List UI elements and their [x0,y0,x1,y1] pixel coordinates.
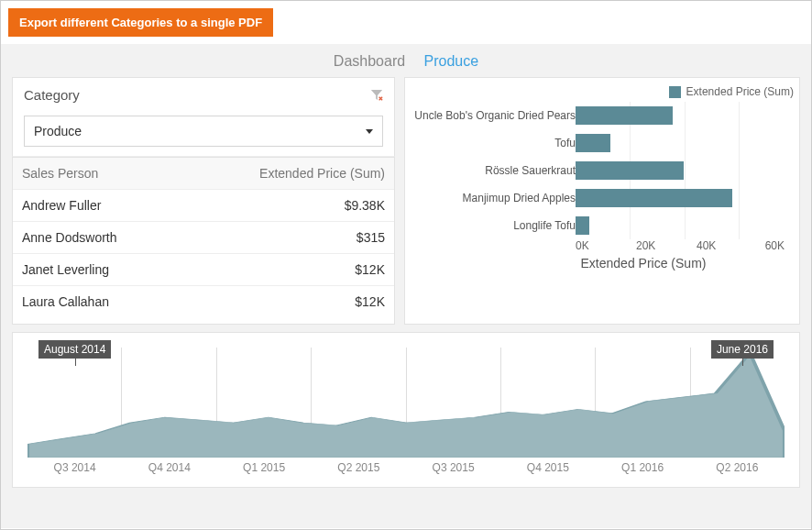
bar-row [576,184,785,212]
table-row[interactable]: Anne Dodsworth$315 [13,222,394,254]
cell-value: $12K [238,254,394,285]
cell-name: Laura Callahan [13,286,238,317]
chevron-down-icon [366,129,373,134]
timeline-tick: Q4 2014 [122,461,216,474]
table-row[interactable]: Janet Leverling$12K [13,254,394,286]
bar-chart-card: Extended Price (Sum) Uncle Bob's Organic… [404,77,800,325]
bar-category-label: Longlife Tofu [411,212,576,239]
category-title: Category [24,87,80,103]
bar-category-label: Manjimup Dried Apples [411,184,576,212]
cell-value: $9.38K [238,190,394,221]
table-row[interactable]: Laura Callahan$12K [13,286,394,317]
timeline-tick: Q4 2015 [500,461,595,474]
bar-tick: 0K [576,239,636,252]
timeline-tick: Q2 2016 [690,461,785,474]
bar-chart-x-label: Extended Price (Sum) [493,256,794,271]
cell-name: Andrew Fuller [13,190,238,221]
cell-value: $12K [238,286,394,317]
bar-row [576,212,785,239]
timeline-tick: Q2 2015 [312,461,406,474]
bar-row [576,129,785,157]
legend-label: Extended Price (Sum) [686,85,794,98]
timeline-card: August 2014 June 2016 Q3 2014Q4 2014Q1 2… [12,332,800,488]
cell-name: Anne Dodsworth [13,222,238,253]
timeline-tick: Q1 2015 [217,461,312,474]
bar-chart-legend: Extended Price (Sum) [411,85,794,98]
grid-header-extended-price[interactable]: Extended Price (Sum) [238,158,394,189]
timeline-start-badge[interactable]: August 2014 [38,340,111,359]
cell-name: Janet Leverling [13,254,238,285]
export-pdf-button[interactable]: Export different Categories to a single … [8,8,273,37]
grid-header-sales-person[interactable]: Sales Person [13,158,238,189]
tab-active[interactable]: Produce [424,53,479,69]
bar[interactable] [576,106,673,125]
bar[interactable] [576,216,589,235]
category-select-value: Produce [34,124,82,138]
timeline-tick: Q3 2014 [27,461,122,474]
grid-header-row: Sales Person Extended Price (Sum) [13,158,394,190]
timeline-tick: Q3 2015 [406,461,500,474]
dashboard-canvas: Dashboard Produce Category Produce Sales [1,44,811,528]
clear-filter-icon[interactable] [370,89,383,102]
timeline-start-label: August 2014 [44,343,105,356]
bar-category-label: Tofu [411,129,576,157]
timeline-ticks: Q3 2014Q4 2014Q1 2015Q2 2015Q3 2015Q4 20… [27,461,785,474]
table-row[interactable]: Andrew Fuller$9.38K [13,190,394,222]
bar-tick: 40K [697,239,757,252]
tabs: Dashboard Produce [12,53,800,70]
bar-tick: 60K [757,239,785,252]
bar-row [576,102,785,129]
bar-tick: 20K [636,239,697,252]
bar[interactable] [576,134,610,152]
bar-chart-x-ticks: 0K 20K 40K 60K [576,239,794,252]
bar[interactable] [576,189,732,207]
timeline-end-label: June 2016 [717,343,768,356]
area-chart [27,348,785,458]
timeline-tick: Q1 2016 [596,461,690,474]
sales-grid: Sales Person Extended Price (Sum) Andrew… [12,157,395,325]
cell-value: $315 [238,222,394,253]
legend-swatch [669,86,681,98]
bar[interactable] [576,161,684,180]
tab-dashboard[interactable]: Dashboard [334,53,405,69]
bar-category-label: Uncle Bob's Organic Dried Pears [411,102,576,129]
bar-row [576,157,785,184]
timeline-end-badge[interactable]: June 2016 [711,340,774,359]
bar-category-label: Rössle Sauerkraut [411,157,576,184]
category-select[interactable]: Produce [24,116,383,147]
category-card: Category Produce [12,77,395,157]
